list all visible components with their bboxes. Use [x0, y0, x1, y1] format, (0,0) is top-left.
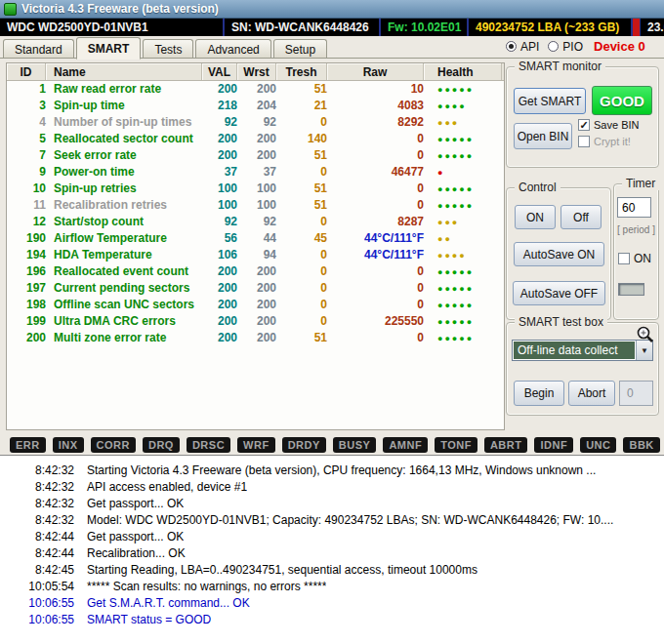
smart-attribute-row[interactable]: 194HDA Temperature10694044°C/111°F●●●●	[7, 247, 504, 263]
status-flag-wrf: WRF	[237, 437, 275, 453]
smart-attribute-row[interactable]: 198Offline scan UNC sectors20020000●●●●●	[7, 297, 504, 313]
log-panel[interactable]: 8:42:32Starting Victoria 4.3 Freeware (b…	[0, 455, 664, 644]
log-message: Get S.M.A.R.T. command... OK	[74, 596, 250, 613]
cell-id: 3	[7, 98, 46, 114]
column-header-val[interactable]: VAL	[202, 63, 237, 80]
log-line: 8:42:32Get passport... OK	[0, 497, 664, 513]
cell-val: 100	[202, 197, 237, 214]
smart-attribute-row[interactable]: 197Current pending sectors20020000●●●●●	[7, 280, 504, 297]
window-title: Victoria 4.3 Freeware (beta version)	[21, 2, 219, 16]
smart-attribute-row[interactable]: 12Start/stop count929208287●●●	[7, 214, 504, 230]
log-message: Get passport... OK	[74, 530, 184, 546]
column-header-raw[interactable]: Raw	[327, 63, 424, 80]
drive-capacity: 490234752 LBA (~233 GB)	[469, 19, 633, 36]
tab-standard[interactable]: Standard	[3, 39, 74, 59]
cell-raw: 46477	[327, 164, 424, 181]
health-dots: ●●●●●	[424, 263, 502, 281]
cell-id: 12	[7, 214, 46, 230]
cell-id: 1	[7, 81, 46, 98]
health-dots: ●●●●●	[424, 81, 502, 99]
status-flag-drsc: DRSC	[187, 437, 230, 453]
abort-test-button[interactable]: Abort	[568, 381, 615, 406]
begin-test-button[interactable]: Begin	[514, 381, 564, 406]
tab-tests[interactable]: Tests	[143, 39, 193, 59]
smart-attribute-row[interactable]: 5Reallocated sector count2002001400●●●●●	[7, 131, 504, 147]
health-dots: ●●●	[424, 114, 502, 132]
cell-tresh: 51	[276, 330, 327, 346]
cell-id: 199	[7, 313, 46, 330]
tab-advanced[interactable]: Advanced	[195, 39, 270, 59]
cell-val: 218	[202, 98, 237, 114]
smart-attribute-row[interactable]: 9Power-on time3737046477●	[7, 164, 504, 181]
timer-on-label: ON	[634, 252, 651, 265]
column-header-tresh[interactable]: Tresh	[276, 63, 327, 80]
cell-wrst: 200	[237, 263, 276, 280]
cell-name: Spin-up time	[46, 98, 202, 114]
health-dot-glyphs: ●●●●●	[437, 184, 474, 194]
monitor-off-button[interactable]: Off	[560, 205, 602, 229]
access-mode-controls: API PIO Device 0	[506, 39, 645, 54]
timer-period-input[interactable]	[617, 197, 651, 218]
test-select-dropdown[interactable]: Off-line data collect ▼	[512, 340, 653, 361]
smart-attribute-row[interactable]: 200Multi zone error rate200200510●●●●●	[7, 330, 504, 346]
log-timestamp: 8:42:45	[0, 563, 74, 580]
column-header-id[interactable]: ID	[7, 63, 46, 80]
crypt-it-checkbox[interactable]: Crypt it!	[578, 136, 631, 147]
monitor-on-button[interactable]: ON	[515, 205, 556, 229]
log-message: API access enabled, device #1	[74, 480, 247, 497]
smart-attribute-row[interactable]: 190Airflow Temperature56444544°C/111°F●●	[7, 230, 504, 247]
cell-raw: 0	[327, 131, 424, 147]
cell-id: 7	[7, 147, 46, 164]
autosave-on-button[interactable]: AutoSave ON	[514, 242, 604, 266]
cursor-magnifier-icon	[636, 325, 655, 344]
cell-name: Seek error rate	[46, 147, 202, 164]
cell-id: 190	[7, 230, 46, 247]
table-header-row: IDNameVALWrstTreshRawHealth	[7, 63, 504, 81]
smart-attribute-row[interactable]: 10Spin-up retries100100510●●●●●	[7, 181, 504, 197]
smart-attribute-row[interactable]: 1Raw read error rate2002005110●●●●●	[7, 81, 504, 98]
log-timestamp: 10:05:54	[0, 580, 74, 596]
log-line: 10:05:54***** Scan results: no warnings,…	[0, 580, 664, 596]
test-selected-option: Off-line data collect	[514, 342, 635, 359]
log-line: 8:42:32Model: WDC WD2500YD-01NVB1; Capac…	[0, 513, 664, 530]
cell-id: 9	[7, 164, 46, 181]
radio-pio[interactable]: PIO	[548, 40, 583, 54]
crypt-it-checkbox-box	[578, 136, 590, 147]
column-header-name[interactable]: Name	[46, 63, 202, 80]
health-dots: ●●●●●	[424, 181, 502, 198]
error-flag-bbk: BBK	[623, 437, 659, 453]
error-flag-idnf: IDNF	[534, 437, 573, 453]
log-message: SMART status = GOOD	[74, 613, 211, 629]
radio-api[interactable]: API	[506, 40, 539, 54]
autosave-off-button[interactable]: AutoSave OFF	[513, 281, 605, 305]
smart-attribute-row[interactable]: 4Number of spin-up times929208292●●●	[7, 114, 504, 131]
status-flag-inx: INX	[53, 437, 84, 453]
smart-attribute-row[interactable]: 196Reallocated event count20020000●●●●●	[7, 263, 504, 280]
tab-setup[interactable]: Setup	[273, 39, 327, 59]
health-dot-glyphs: ●●●●●	[437, 334, 474, 343]
health-dots: ●●●●●	[424, 330, 502, 347]
cell-name: Airflow Temperature	[46, 230, 202, 247]
cell-id: 196	[7, 263, 46, 280]
get-smart-button[interactable]: Get SMART	[514, 88, 586, 114]
smart-attribute-row[interactable]: 7Seek error rate200200510●●●●●	[7, 147, 504, 164]
log-line: 10:06:55Get S.M.A.R.T. command... OK	[0, 596, 664, 613]
smart-attribute-row[interactable]: 11Recalibration retries100100510●●●●●	[7, 197, 504, 214]
error-flag-abrt: ABRT	[484, 437, 528, 453]
tab-smart[interactable]: SMART	[76, 37, 142, 60]
column-header-health[interactable]: Health	[424, 63, 502, 80]
cell-wrst: 100	[237, 197, 276, 214]
cell-raw: 44°C/111°F	[327, 247, 424, 263]
title-bar[interactable]: Victoria 4.3 Freeware (beta version)	[0, 0, 664, 19]
column-header-wrst[interactable]: Wrst	[237, 63, 276, 80]
smart-monitor-group: SMART monitor	[506, 66, 659, 168]
cell-name: Power-on time	[46, 164, 202, 181]
save-bin-checkbox[interactable]: Save BIN	[578, 119, 639, 131]
smart-attribute-row[interactable]: 199Ultra DMA CRC errors2002000225550●●●●…	[7, 313, 504, 330]
smart-attribute-row[interactable]: 3Spin-up time218204214083●●●●	[7, 98, 504, 114]
open-bin-button[interactable]: Open BIN	[514, 123, 572, 149]
timer-on-checkbox[interactable]: ON	[618, 252, 651, 265]
cell-raw: 44°C/111°F	[327, 230, 424, 247]
cell-raw: 0	[327, 297, 424, 313]
health-dot-glyphs: ●●●●●	[437, 301, 474, 310]
